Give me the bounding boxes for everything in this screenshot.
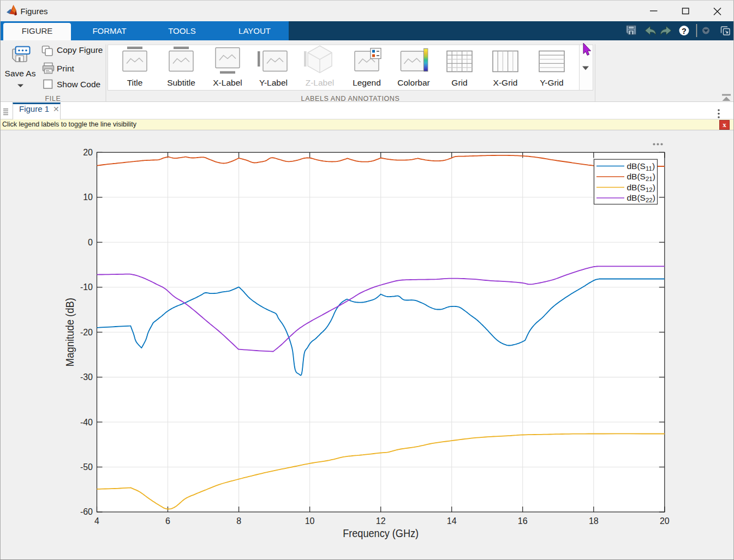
svg-text:Print: Print: [57, 64, 75, 73]
svg-text:6: 6: [165, 516, 170, 526]
svg-text:-40: -40: [80, 418, 93, 427]
svg-text:-50: -50: [80, 462, 93, 472]
svg-text:Z-Label: Z-Label: [306, 78, 335, 87]
svg-text:-60: -60: [80, 507, 93, 516]
svg-text:0: 0: [88, 238, 93, 247]
svg-text:20: 20: [660, 516, 670, 526]
svg-text:?: ?: [682, 27, 687, 35]
svg-text:10: 10: [83, 192, 93, 202]
svg-text:X-Grid: X-Grid: [493, 78, 518, 87]
svg-text:-20: -20: [80, 328, 93, 337]
svg-text:10: 10: [305, 516, 315, 526]
svg-text:Title: Title: [127, 78, 143, 87]
svg-text:Subtitle: Subtitle: [167, 78, 195, 87]
svg-text:Show Code: Show Code: [57, 80, 100, 89]
svg-text:4: 4: [94, 516, 99, 526]
svg-text:18: 18: [589, 516, 599, 526]
svg-text:-30: -30: [80, 372, 93, 382]
svg-text:16: 16: [518, 516, 528, 526]
svg-text:-10: -10: [80, 282, 93, 292]
svg-text:Frequency (GHz): Frequency (GHz): [343, 527, 419, 539]
svg-text:X-Label: X-Label: [213, 78, 242, 87]
svg-text:20: 20: [83, 148, 93, 157]
svg-text:FILE: FILE: [45, 95, 61, 102]
svg-text:12: 12: [376, 516, 386, 526]
svg-text:Figures: Figures: [21, 7, 48, 16]
svg-text:8: 8: [236, 516, 241, 526]
svg-text:Colorbar: Colorbar: [397, 78, 429, 87]
svg-text:Y-Label: Y-Label: [259, 78, 288, 87]
svg-text:Y-Grid: Y-Grid: [540, 78, 563, 87]
svg-text:Copy Figure: Copy Figure: [57, 45, 103, 55]
svg-text:Save As: Save As: [5, 69, 36, 78]
svg-text:Legend: Legend: [353, 78, 381, 87]
svg-text:LABELS AND ANNOTATIONS: LABELS AND ANNOTATIONS: [301, 95, 400, 102]
svg-text:Magnitude (dB): Magnitude (dB): [63, 298, 76, 366]
svg-text:Grid: Grid: [451, 78, 467, 87]
svg-text:14: 14: [447, 516, 457, 526]
